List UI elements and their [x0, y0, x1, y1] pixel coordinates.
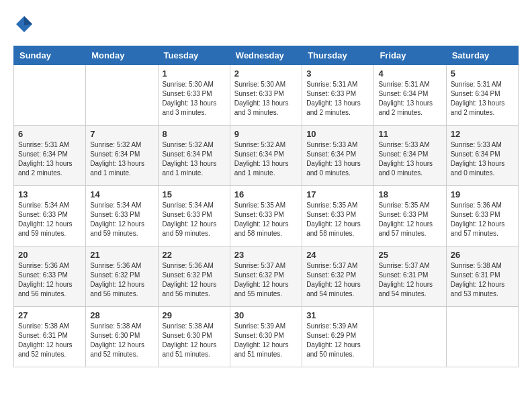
svg-marker-1: [24, 16, 32, 26]
calendar-cell: 6Sunrise: 5:31 AM Sunset: 6:34 PM Daylig…: [14, 126, 86, 186]
day-header-monday: Monday: [86, 46, 158, 65]
day-info: Sunrise: 5:31 AM Sunset: 6:34 PM Dayligh…: [451, 80, 514, 118]
calendar-cell: 27Sunrise: 5:38 AM Sunset: 6:31 PM Dayli…: [14, 307, 86, 367]
day-info: Sunrise: 5:36 AM Sunset: 6:32 PM Dayligh…: [163, 261, 226, 299]
day-header-saturday: Saturday: [446, 46, 518, 65]
day-info: Sunrise: 5:31 AM Sunset: 6:34 PM Dayligh…: [18, 140, 81, 178]
calendar-cell: 1Sunrise: 5:30 AM Sunset: 6:33 PM Daylig…: [158, 65, 230, 126]
day-number: 28: [90, 310, 153, 320]
day-info: Sunrise: 5:38 AM Sunset: 6:31 PM Dayligh…: [18, 322, 81, 359]
calendar-cell: 4Sunrise: 5:31 AM Sunset: 6:34 PM Daylig…: [374, 65, 446, 126]
day-info: Sunrise: 5:34 AM Sunset: 6:33 PM Dayligh…: [163, 201, 226, 238]
day-number: 27: [18, 310, 81, 320]
day-info: Sunrise: 5:39 AM Sunset: 6:29 PM Dayligh…: [306, 322, 369, 359]
day-info: Sunrise: 5:35 AM Sunset: 6:33 PM Dayligh…: [234, 201, 298, 238]
calendar-cell: 3Sunrise: 5:31 AM Sunset: 6:33 PM Daylig…: [302, 65, 374, 126]
calendar-cell: 24Sunrise: 5:37 AM Sunset: 6:32 PM Dayli…: [302, 246, 374, 307]
week-row-2: 6Sunrise: 5:31 AM Sunset: 6:34 PM Daylig…: [14, 126, 519, 186]
day-number: 2: [234, 68, 298, 79]
calendar-cell: 28Sunrise: 5:38 AM Sunset: 6:30 PM Dayli…: [86, 307, 158, 367]
calendar-cell: 2Sunrise: 5:30 AM Sunset: 6:33 PM Daylig…: [230, 65, 302, 126]
day-number: 3: [306, 68, 369, 79]
day-info: Sunrise: 5:31 AM Sunset: 6:33 PM Dayligh…: [306, 80, 369, 118]
calendar-cell: 7Sunrise: 5:32 AM Sunset: 6:34 PM Daylig…: [86, 126, 158, 186]
calendar-cell: 19Sunrise: 5:36 AM Sunset: 6:33 PM Dayli…: [446, 186, 518, 246]
day-info: Sunrise: 5:38 AM Sunset: 6:30 PM Dayligh…: [163, 322, 226, 359]
day-number: 22: [163, 250, 226, 260]
day-info: Sunrise: 5:33 AM Sunset: 6:34 PM Dayligh…: [306, 140, 369, 178]
calendar-cell: 14Sunrise: 5:34 AM Sunset: 6:33 PM Dayli…: [86, 186, 158, 246]
day-number: 20: [18, 250, 81, 260]
day-number: 31: [306, 310, 369, 320]
day-number: 29: [163, 310, 226, 320]
calendar-cell: 12Sunrise: 5:33 AM Sunset: 6:34 PM Dayli…: [446, 126, 518, 186]
day-info: Sunrise: 5:32 AM Sunset: 6:34 PM Dayligh…: [163, 140, 226, 178]
day-header-sunday: Sunday: [14, 46, 86, 65]
day-info: Sunrise: 5:33 AM Sunset: 6:34 PM Dayligh…: [378, 140, 441, 178]
day-number: 5: [451, 68, 514, 79]
calendar-cell: 21Sunrise: 5:36 AM Sunset: 6:32 PM Dayli…: [86, 246, 158, 307]
day-number: 9: [234, 129, 298, 139]
day-info: Sunrise: 5:31 AM Sunset: 6:34 PM Dayligh…: [378, 80, 441, 118]
day-header-thursday: Thursday: [302, 46, 374, 65]
day-info: Sunrise: 5:30 AM Sunset: 6:33 PM Dayligh…: [163, 80, 226, 118]
day-number: 13: [18, 189, 81, 199]
day-number: 12: [451, 129, 514, 139]
week-row-4: 20Sunrise: 5:36 AM Sunset: 6:33 PM Dayli…: [14, 246, 519, 307]
calendar-cell: 22Sunrise: 5:36 AM Sunset: 6:32 PM Dayli…: [158, 246, 230, 307]
calendar-cell: 10Sunrise: 5:33 AM Sunset: 6:34 PM Dayli…: [302, 126, 374, 186]
day-number: 6: [18, 129, 81, 139]
day-number: 10: [306, 129, 369, 139]
calendar-table: SundayMondayTuesdayWednesdayThursdayFrid…: [13, 46, 519, 367]
week-row-1: 1Sunrise: 5:30 AM Sunset: 6:33 PM Daylig…: [14, 65, 519, 126]
calendar-cell: 20Sunrise: 5:36 AM Sunset: 6:33 PM Dayli…: [14, 246, 86, 307]
calendar-cell: [374, 307, 446, 367]
day-info: Sunrise: 5:38 AM Sunset: 6:31 PM Dayligh…: [451, 261, 514, 299]
day-info: Sunrise: 5:34 AM Sunset: 6:33 PM Dayligh…: [18, 201, 81, 238]
day-info: Sunrise: 5:37 AM Sunset: 6:31 PM Dayligh…: [378, 261, 441, 299]
calendar-cell: 17Sunrise: 5:35 AM Sunset: 6:33 PM Dayli…: [302, 186, 374, 246]
day-info: Sunrise: 5:35 AM Sunset: 6:33 PM Dayligh…: [378, 201, 441, 238]
day-number: 14: [90, 189, 153, 199]
day-info: Sunrise: 5:39 AM Sunset: 6:30 PM Dayligh…: [234, 322, 298, 359]
calendar-cell: 9Sunrise: 5:32 AM Sunset: 6:34 PM Daylig…: [230, 126, 302, 186]
calendar-cell: 15Sunrise: 5:34 AM Sunset: 6:33 PM Dayli…: [158, 186, 230, 246]
day-number: 23: [234, 250, 298, 260]
day-number: 8: [163, 129, 226, 139]
calendar-cell: 11Sunrise: 5:33 AM Sunset: 6:34 PM Dayli…: [374, 126, 446, 186]
calendar-cell: 16Sunrise: 5:35 AM Sunset: 6:33 PM Dayli…: [230, 186, 302, 246]
day-info: Sunrise: 5:36 AM Sunset: 6:32 PM Dayligh…: [90, 261, 153, 299]
day-number: 25: [378, 250, 441, 260]
day-info: Sunrise: 5:36 AM Sunset: 6:33 PM Dayligh…: [451, 201, 514, 238]
day-number: 1: [163, 68, 226, 79]
day-number: 11: [378, 129, 441, 139]
day-info: Sunrise: 5:37 AM Sunset: 6:32 PM Dayligh…: [306, 261, 369, 299]
day-info: Sunrise: 5:30 AM Sunset: 6:33 PM Dayligh…: [234, 80, 298, 118]
calendar-cell: 30Sunrise: 5:39 AM Sunset: 6:30 PM Dayli…: [230, 307, 302, 367]
calendar-cell: [446, 307, 518, 367]
day-number: 17: [306, 189, 369, 199]
calendar-cell: [86, 65, 158, 126]
day-number: 19: [451, 189, 514, 199]
day-number: 18: [378, 189, 441, 199]
day-info: Sunrise: 5:37 AM Sunset: 6:32 PM Dayligh…: [234, 261, 298, 299]
day-info: Sunrise: 5:36 AM Sunset: 6:33 PM Dayligh…: [18, 261, 81, 299]
calendar-cell: 31Sunrise: 5:39 AM Sunset: 6:29 PM Dayli…: [302, 307, 374, 367]
calendar-cell: 25Sunrise: 5:37 AM Sunset: 6:31 PM Dayli…: [374, 246, 446, 307]
calendar-cell: 29Sunrise: 5:38 AM Sunset: 6:30 PM Dayli…: [158, 307, 230, 367]
page-header: [13, 13, 519, 35]
calendar-cell: 23Sunrise: 5:37 AM Sunset: 6:32 PM Dayli…: [230, 246, 302, 307]
day-info: Sunrise: 5:35 AM Sunset: 6:33 PM Dayligh…: [306, 201, 369, 238]
day-info: Sunrise: 5:33 AM Sunset: 6:34 PM Dayligh…: [451, 140, 514, 178]
calendar-cell: 8Sunrise: 5:32 AM Sunset: 6:34 PM Daylig…: [158, 126, 230, 186]
calendar-cell: 18Sunrise: 5:35 AM Sunset: 6:33 PM Dayli…: [374, 186, 446, 246]
day-info: Sunrise: 5:34 AM Sunset: 6:33 PM Dayligh…: [90, 201, 153, 238]
calendar-cell: 13Sunrise: 5:34 AM Sunset: 6:33 PM Dayli…: [14, 186, 86, 246]
day-number: 7: [90, 129, 153, 139]
day-info: Sunrise: 5:32 AM Sunset: 6:34 PM Dayligh…: [90, 140, 153, 178]
week-row-3: 13Sunrise: 5:34 AM Sunset: 6:33 PM Dayli…: [14, 186, 519, 246]
day-header-wednesday: Wednesday: [230, 46, 302, 65]
day-number: 21: [90, 250, 153, 260]
day-info: Sunrise: 5:32 AM Sunset: 6:34 PM Dayligh…: [234, 140, 298, 178]
day-number: 4: [378, 68, 441, 79]
